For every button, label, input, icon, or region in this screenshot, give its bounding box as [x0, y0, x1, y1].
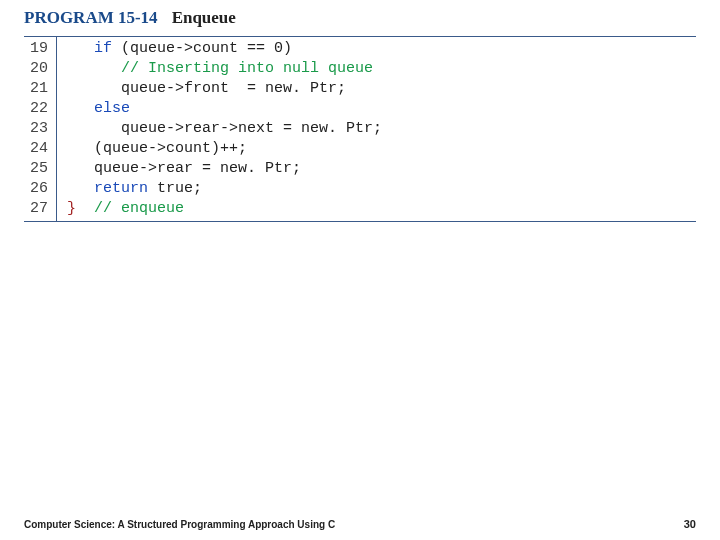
line-number: 20	[30, 59, 48, 79]
line-number: 24	[30, 139, 48, 159]
program-header: PROGRAM 15-14 Enqueue	[0, 0, 720, 32]
line-number: 23	[30, 119, 48, 139]
program-label: PROGRAM 15-14	[24, 8, 158, 28]
line-number: 21	[30, 79, 48, 99]
code-line: else	[67, 99, 382, 119]
page-number: 30	[684, 518, 696, 530]
code-line: // Inserting into null queue	[67, 59, 382, 79]
code-token: true;	[148, 180, 202, 197]
code-token: queue->front = new. Ptr;	[121, 80, 346, 97]
comment: // enqueue	[94, 200, 184, 217]
code-line: queue->rear = new. Ptr;	[67, 159, 382, 179]
code-line: return true;	[67, 179, 382, 199]
code-token: (queue->count == 0)	[112, 40, 292, 57]
code-line: queue->rear->next = new. Ptr;	[67, 119, 382, 139]
code-line: (queue->count)++;	[67, 139, 382, 159]
keyword: else	[94, 100, 130, 117]
code-token: queue->rear = new. Ptr;	[94, 160, 301, 177]
code-token: (queue->count)++;	[94, 140, 247, 157]
line-number: 27	[30, 199, 48, 219]
line-number: 25	[30, 159, 48, 179]
line-number-gutter: 192021222324252627	[24, 37, 57, 221]
slide-footer: Computer Science: A Structured Programmi…	[24, 518, 696, 530]
keyword: return	[94, 180, 148, 197]
line-number: 26	[30, 179, 48, 199]
code-line: queue->front = new. Ptr;	[67, 79, 382, 99]
code-token	[76, 200, 94, 217]
program-title: Enqueue	[172, 8, 236, 28]
code-listing: 192021222324252627 if (queue->count == 0…	[24, 36, 696, 222]
code-line: if (queue->count == 0)	[67, 39, 382, 59]
brace: }	[67, 200, 76, 217]
code-body: if (queue->count == 0) // Inserting into…	[57, 37, 382, 221]
code-line: } // enqueue	[67, 199, 382, 219]
comment: // Inserting into null queue	[121, 60, 373, 77]
footer-text: Computer Science: A Structured Programmi…	[24, 519, 335, 530]
code-token: queue->rear->next = new. Ptr;	[121, 120, 382, 137]
keyword: if	[94, 40, 112, 57]
line-number: 22	[30, 99, 48, 119]
line-number: 19	[30, 39, 48, 59]
